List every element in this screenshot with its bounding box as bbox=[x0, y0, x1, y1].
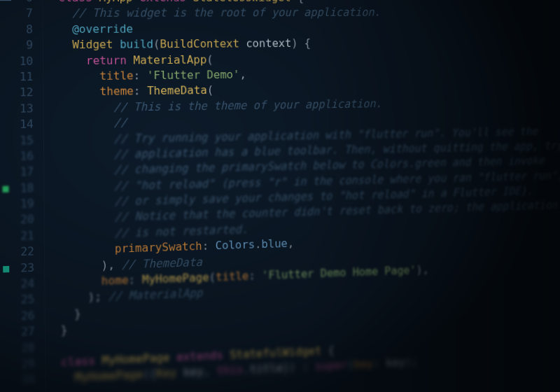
token-kw: super bbox=[315, 358, 347, 373]
token-punct bbox=[59, 211, 114, 225]
code-line[interactable]: // This widget is the root of your appli… bbox=[58, 5, 559, 22]
line-number: 11 bbox=[0, 69, 34, 85]
token-punct: } bbox=[60, 307, 81, 321]
token-punct: , bbox=[203, 365, 216, 379]
token-kw: class bbox=[61, 354, 102, 369]
line-number: 18 bbox=[0, 180, 34, 197]
line-number: 12 bbox=[0, 85, 34, 101]
gutter-marker bbox=[0, 0, 11, 1]
line-number: 6 bbox=[0, 0, 33, 6]
token-param: title bbox=[216, 270, 248, 284]
line-number: 24 bbox=[0, 276, 34, 293]
line-number: 8 bbox=[0, 22, 33, 38]
gutter-marker bbox=[3, 186, 9, 192]
token-comment: // MaterialApp bbox=[108, 286, 203, 303]
token-punct: , bbox=[288, 237, 295, 250]
token-type: ThemeData bbox=[147, 84, 207, 98]
token-punct: }) : bbox=[283, 360, 316, 374]
token-punct: : bbox=[248, 269, 262, 283]
token-punct: . bbox=[243, 363, 250, 376]
token-punct: ( bbox=[206, 52, 214, 66]
token-punct bbox=[59, 132, 114, 146]
token-type: Key bbox=[156, 366, 183, 381]
line-number: 27 bbox=[0, 324, 35, 342]
token-punct bbox=[60, 290, 88, 305]
token-punct bbox=[59, 163, 114, 178]
token-comment: // is not restarted. bbox=[115, 223, 248, 240]
token-punct bbox=[58, 6, 72, 20]
token-fn: build bbox=[120, 38, 153, 51]
line-number: 25 bbox=[0, 292, 35, 309]
token-comment: // ThemeData bbox=[122, 255, 202, 271]
token-kw: extends bbox=[139, 0, 192, 4]
token-punct bbox=[59, 100, 113, 114]
token-punct: : bbox=[202, 239, 216, 253]
line-number: 22 bbox=[0, 244, 34, 261]
line-number: 21 bbox=[0, 228, 34, 245]
token-punct: : bbox=[134, 84, 147, 97]
token-punct bbox=[59, 85, 100, 99]
token-param: primarySwatch bbox=[115, 239, 202, 255]
token-punct: ); bbox=[88, 290, 108, 304]
token-punct: ( bbox=[207, 83, 214, 97]
token-kw: extends bbox=[176, 348, 230, 363]
token-punct: ), bbox=[416, 263, 428, 276]
line-number: 15 bbox=[0, 132, 34, 149]
token-comment: // This is the theme of your application… bbox=[113, 97, 382, 113]
line-number: 30 bbox=[0, 372, 35, 389]
token-punct bbox=[59, 116, 113, 130]
token-fn: @override bbox=[72, 22, 133, 35]
token-punct: : bbox=[373, 356, 386, 370]
code-area[interactable]: class MyApp extends StatelessWidget { //… bbox=[43, 0, 560, 392]
gutter-marker bbox=[3, 266, 9, 273]
token-punct: ( bbox=[153, 38, 160, 51]
token-kw: return bbox=[86, 53, 134, 67]
token-type: StatelessWidget bbox=[192, 0, 298, 4]
code-editor[interactable]: 6789101112131415161718192021222324252627… bbox=[0, 0, 540, 392]
token-punct bbox=[59, 195, 114, 209]
line-number: 13 bbox=[0, 101, 34, 117]
editor-viewport: 6789101112131415161718192021222324252627… bbox=[0, 0, 540, 392]
token-punct bbox=[59, 69, 100, 83]
token-punct: . bbox=[255, 238, 262, 251]
line-number: 26 bbox=[0, 308, 35, 326]
token-punct bbox=[59, 179, 114, 194]
line-number: 17 bbox=[0, 164, 34, 181]
token-punct: ); bbox=[405, 355, 417, 368]
token-type: MyHomePage bbox=[75, 368, 144, 384]
token-punct: { bbox=[298, 0, 304, 4]
line-number: 9 bbox=[0, 38, 33, 54]
token-punct bbox=[61, 340, 68, 354]
token-punct: , bbox=[239, 68, 246, 81]
token-punct bbox=[60, 242, 115, 258]
line-number: 7 bbox=[0, 6, 33, 22]
token-const: Colors bbox=[215, 238, 255, 253]
token-punct bbox=[60, 258, 102, 273]
token-punct bbox=[59, 148, 114, 162]
token-punct: : bbox=[129, 273, 142, 287]
token-param: home bbox=[102, 273, 129, 288]
token-param: theme bbox=[100, 85, 134, 99]
token-kw: this bbox=[216, 363, 243, 378]
line-number: 29 bbox=[0, 356, 35, 373]
token-type: MyApp bbox=[99, 0, 139, 4]
line-number-gutter: 6789101112131415161718192021222324252627… bbox=[0, 0, 46, 392]
token-type: BuildContext bbox=[160, 37, 246, 51]
line-number: 28 bbox=[0, 340, 35, 358]
token-type: MaterialApp bbox=[133, 52, 206, 66]
token-type: MyHomePage bbox=[102, 351, 177, 368]
token-ident: key bbox=[386, 356, 405, 370]
line-number: 14 bbox=[0, 117, 34, 134]
line-number: 16 bbox=[0, 148, 34, 165]
token-comment: // bbox=[113, 116, 127, 130]
token-punct bbox=[60, 274, 102, 289]
token-punct: { bbox=[328, 344, 334, 357]
token-punct bbox=[59, 38, 73, 51]
token-punct bbox=[61, 371, 75, 385]
token-punct: ( bbox=[209, 270, 216, 284]
token-comment: // This widget is the root of your appli… bbox=[72, 6, 381, 20]
token-punct: ({ bbox=[143, 367, 156, 381]
token-param: key bbox=[354, 357, 373, 371]
token-type: MyHomePage bbox=[142, 271, 209, 286]
token-const: blue bbox=[261, 237, 288, 251]
